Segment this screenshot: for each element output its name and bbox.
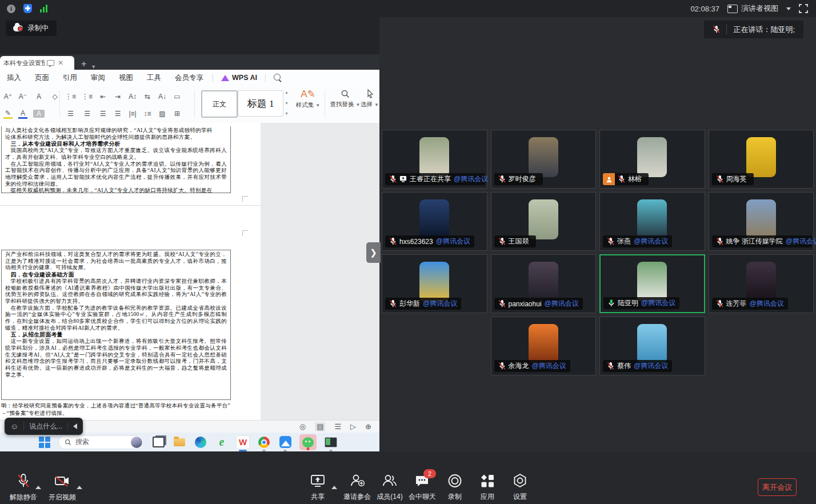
outline-view-icon[interactable]: ☰	[334, 422, 341, 431]
align-right-icon[interactable]: ☰	[98, 110, 107, 118]
new-tab-icon[interactable]: +	[81, 58, 86, 70]
tab-setting-icon[interactable]: ▭	[173, 93, 182, 101]
text-effect-icon[interactable]: A	[33, 93, 45, 101]
swap-icon[interactable]: ⇆	[143, 93, 152, 101]
search-highlight-avatar[interactable]	[131, 437, 142, 448]
font-shrink-icon[interactable]: A⁻	[18, 93, 27, 101]
participant-tile-active-speaker[interactable]: 陆亚明 @腾讯会议	[599, 254, 705, 313]
participant-tile[interactable]: 姚争 浙江传媒学院 @腾讯会议	[709, 192, 814, 251]
text-direction-icon[interactable]: A↕	[128, 93, 137, 101]
highlight-color-icon[interactable]: ✎	[3, 109, 13, 119]
align-left-icon[interactable]: ☰	[65, 110, 76, 118]
find-replace-button[interactable]: 查找替换 ▼	[329, 89, 361, 109]
mic-options-caret[interactable]	[35, 486, 41, 489]
bullets-icon[interactable]: ⋮≡	[65, 93, 76, 101]
line-spacing-icon[interactable]: ↕≡	[143, 110, 152, 118]
participant-tile[interactable]: 蔡伟 @腾讯会议	[599, 317, 705, 375]
muted-mic-icon	[498, 299, 506, 308]
info-icon[interactable]: i	[7, 5, 15, 13]
muted-mic-icon[interactable]	[713, 25, 720, 34]
menu-insert[interactable]: 插入	[0, 73, 28, 83]
wps-office-icon[interactable]: W	[236, 435, 250, 449]
participant-tile[interactable]: 王睿正在共享 @腾讯会议	[382, 130, 487, 189]
search-placeholder: 搜索	[75, 437, 89, 447]
font-color-icon[interactable]: A	[18, 109, 27, 119]
tab-close-icon[interactable]: ✕	[58, 59, 63, 67]
participant-name: 周海英	[726, 174, 747, 184]
style-gallery-scroll[interactable]: ▲▼▼	[285, 90, 289, 115]
style-normal[interactable]: 正文	[201, 90, 238, 118]
chrome-browser-icon[interactable]	[257, 435, 271, 449]
start-button-icon[interactable]	[39, 437, 50, 448]
window-preview-icon[interactable]	[324, 435, 338, 449]
participant-tile[interactable]: hxs623623 @腾讯会议	[382, 192, 487, 251]
document-canvas[interactable]: 与人类社会文化各领域相互影响及应对规律的研究，“AI人文”专业将形成独特的学科 …	[0, 123, 379, 420]
settings-button[interactable]: 设置	[501, 473, 539, 502]
collapse-chat-icon[interactable]	[73, 423, 77, 429]
view-layout-icon[interactable]	[727, 5, 738, 13]
active-mic-icon	[607, 299, 615, 307]
align-center-icon[interactable]: ☰	[82, 110, 93, 118]
security-shield-icon[interactable]	[23, 4, 32, 13]
border-icon[interactable]: ⊞	[173, 110, 182, 118]
view-mode-label[interactable]: 演讲者视图	[741, 3, 778, 14]
participant-name-chip: 蔡伟 @腾讯会议	[603, 360, 672, 372]
sort-icon[interactable]: A↓	[158, 93, 167, 101]
participant-tile[interactable]: 连芳菲 @腾讯会议	[709, 254, 814, 313]
menu-member[interactable]: 会员专享	[168, 73, 210, 83]
style-heading1[interactable]: 标题 1	[238, 90, 283, 117]
meeting-control-bar: 解除静音 开启视频 共享 邀请参会	[0, 451, 816, 504]
panel-expand-handle[interactable]: ❯	[366, 242, 381, 263]
start-video-button[interactable]: 开启视频	[43, 473, 81, 502]
web-view-icon[interactable]: ⊕	[365, 422, 371, 431]
distribute-icon[interactable]: |≡|	[128, 110, 137, 118]
select-button[interactable]: 选择 ▼	[360, 89, 379, 109]
participant-tile[interactable]: 周海英	[709, 130, 814, 189]
taskbar-search[interactable]: 搜索	[58, 435, 144, 449]
recording-indicator[interactable]: 录制中	[6, 21, 57, 36]
numbering-icon[interactable]: ⋮≡	[82, 93, 93, 101]
emoji-icon[interactable]: ☺	[10, 422, 18, 430]
clear-format-icon[interactable]: ◇	[50, 93, 59, 101]
view-mode-caret-icon[interactable]	[786, 7, 791, 10]
play-view-icon[interactable]: ▷	[350, 422, 356, 431]
wps-window: 本科专业设置预 ✕ + ▼ 插入 页面 引用 审阅 视图 工具 会员专享 WPS…	[0, 54, 379, 433]
participant-tile[interactable]: 彭华新 @腾讯会议	[382, 254, 487, 313]
justify-icon[interactable]: ☰	[113, 110, 122, 118]
menu-page[interactable]: 页面	[28, 73, 56, 83]
char-shading-icon[interactable]: A	[33, 110, 45, 118]
menu-references[interactable]: 引用	[56, 73, 84, 83]
participant-tile[interactable]: panxiaohui @腾讯会议	[491, 254, 597, 313]
tencent-docs-icon[interactable]	[278, 435, 292, 449]
participant-tile[interactable]: 罗时俊彦	[491, 130, 597, 189]
menu-review[interactable]: 审阅	[84, 73, 112, 83]
quick-chat-bubble[interactable]: ☺ 说点什么...	[5, 418, 83, 435]
edge-browser-icon[interactable]	[194, 435, 207, 449]
tab-list-caret-icon[interactable]: ▼	[91, 64, 96, 70]
shading-icon[interactable]: ▨	[158, 110, 167, 118]
file-explorer-icon[interactable]	[173, 435, 186, 449]
outdent-icon[interactable]: ⇤	[98, 93, 107, 101]
participant-tile[interactable]: 林榕	[599, 130, 705, 189]
menu-view[interactable]: 视图	[112, 73, 140, 83]
video-options-caret[interactable]	[77, 486, 82, 489]
font-grow-icon[interactable]: A⁺	[3, 93, 13, 101]
style-set-button[interactable]: A✎ 样式集 ▼	[294, 89, 322, 109]
menu-search-icon[interactable]	[268, 74, 286, 82]
reading-protect-icon[interactable]: ◎	[299, 422, 306, 431]
wps-ai-button[interactable]: WPS AI	[215, 74, 263, 82]
leave-meeting-button[interactable]: 离开会议	[758, 478, 797, 496]
participant-tile[interactable]: 余海龙 @腾讯会议	[491, 317, 597, 375]
task-view-icon[interactable]	[151, 435, 165, 449]
page-view-icon[interactable]: ▤	[315, 422, 325, 431]
indent-icon[interactable]: ⇥	[113, 93, 122, 101]
participant-tile[interactable]: 王国燚	[491, 192, 597, 251]
chat-input-placeholder[interactable]: 说点什么...	[29, 422, 62, 431]
document-tab[interactable]: 本科专业设置预 ✕	[0, 56, 74, 70]
fullscreen-icon[interactable]	[799, 4, 808, 13]
share-options-caret[interactable]	[331, 486, 337, 489]
wechat-icon[interactable]	[299, 435, 317, 449]
menu-tools[interactable]: 工具	[140, 73, 168, 83]
ie-browser-icon[interactable]: e	[215, 435, 229, 449]
participant-tile[interactable]: 张燕 @腾讯会议	[599, 192, 705, 251]
